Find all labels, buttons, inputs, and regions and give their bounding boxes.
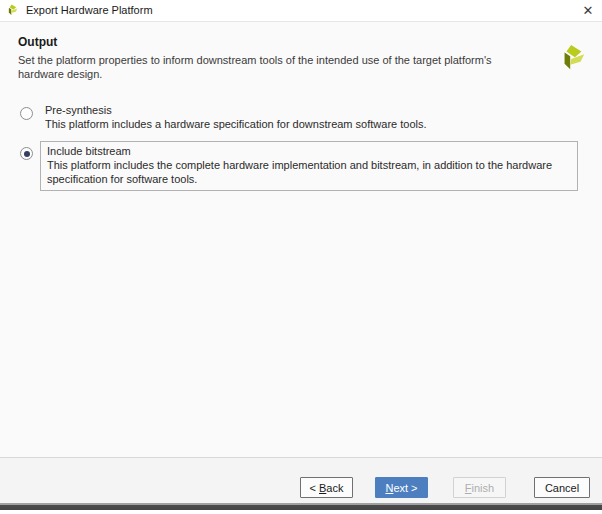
cancel-button[interactable]: Cancel (534, 477, 590, 498)
close-icon[interactable]: ✕ (578, 1, 598, 20)
export-hardware-platform-dialog: Export Hardware Platform ✕ Output Set th… (0, 0, 602, 514)
window-bottom-edge (0, 503, 602, 510)
radio-pre-synthesis[interactable] (20, 107, 33, 120)
page-subtitle: Set the platform properties to inform do… (18, 53, 538, 81)
option-description: This platform includes a hardware specif… (45, 118, 427, 130)
xilinx-logo-large-icon (558, 44, 588, 74)
window-title: Export Hardware Platform (26, 4, 153, 16)
option-label: Pre-synthesis (45, 103, 565, 117)
titlebar: Export Hardware Platform ✕ (0, 0, 602, 22)
back-button[interactable]: < Back (300, 477, 353, 498)
option-include-bitstream[interactable]: Include bitstream This platform includes… (40, 141, 578, 191)
wizard-page: Output Set the platform properties to in… (0, 22, 602, 457)
page-title: Output (18, 35, 57, 49)
option-description: This platform includes the complete hard… (47, 159, 552, 185)
option-label: Include bitstream (47, 144, 570, 158)
radio-include-bitstream[interactable] (20, 147, 33, 160)
option-pre-synthesis[interactable]: Pre-synthesis This platform includes a h… (45, 103, 565, 131)
xilinx-logo-icon (6, 4, 19, 17)
finish-button: Finish (453, 477, 506, 498)
next-button[interactable]: Next > (375, 477, 428, 498)
